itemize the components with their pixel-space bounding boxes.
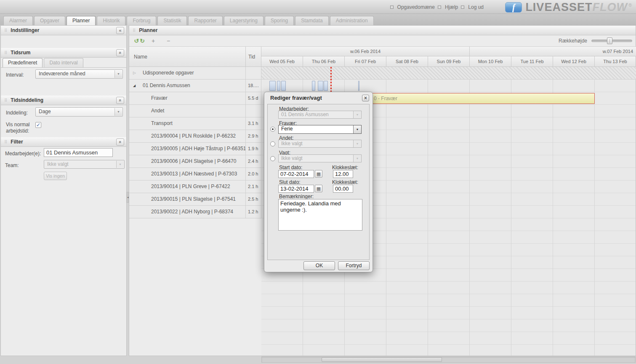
task-bar[interactable] (281, 81, 286, 91)
logout-link[interactable]: Log ud (468, 4, 484, 10)
table-row[interactable]: 2013/90004 | PLN Roskilde | P-66232 2.9 … (129, 130, 261, 143)
table-row[interactable]: 2013/90013 | ADH Næstved | P-67303 2.0 h (129, 168, 261, 181)
team-label: Team: (5, 162, 19, 168)
chevron-down-icon: ▼ (353, 155, 361, 162)
edit-absence-dialog: Rediger fravær/vagt × Medarbejder: 01 De… (264, 92, 373, 272)
row-height-slider-thumb[interactable]: | (607, 37, 612, 44)
task-bar[interactable] (312, 81, 315, 91)
day-header: Thu 13 Feb (595, 56, 636, 67)
filter-title: Filter (11, 139, 23, 145)
brand-name-italic: FLOW (592, 1, 627, 14)
tidsrum-header: ⠿ Tidsrum « (1, 48, 126, 58)
task-bar[interactable] (318, 81, 323, 91)
horizontal-scrollbar-thumb[interactable] (322, 357, 442, 362)
tidsinddeling-collapse-button[interactable]: « (116, 97, 124, 104)
calendar-icon[interactable]: ▦ (315, 170, 322, 178)
day-header: Sat 08 Feb (386, 56, 428, 67)
table-row[interactable]: 2013/90005 | ADH Høje Tåstrup | P-66351 … (129, 143, 261, 155)
slut-dato-input[interactable] (278, 185, 314, 193)
tab-historik[interactable]: Historik (97, 16, 125, 25)
top-bar: Opgavedomæne Hjælp Log ud f LIVEASSET FL… (0, 0, 636, 14)
row-name: Fravær (129, 95, 168, 101)
tab-administration[interactable]: Administration (330, 16, 374, 25)
slut-tid-input[interactable] (333, 185, 353, 193)
tree-expanded-icon[interactable]: ◢ (133, 80, 139, 92)
drag-handle-icon[interactable]: ⠿ (4, 28, 7, 33)
filter-collapse-button[interactable]: « (116, 138, 124, 146)
table-row[interactable]: ◢01 Dennis Asmussen 18.… (129, 80, 261, 92)
row-tid: 18.… (246, 80, 261, 92)
planner-header: ⠿ Planner (129, 26, 636, 35)
table-row[interactable]: ▷Udisponerede opgaver (129, 67, 261, 80)
interval-select[interactable]: Indeværende måned ▼ (35, 69, 123, 79)
fravaer-select[interactable]: Ferie ▼ (278, 125, 362, 134)
tab-sporing[interactable]: Sporing (265, 16, 294, 25)
tid-column-header[interactable]: Tid (246, 47, 261, 67)
calendar-icon[interactable]: ▦ (315, 185, 322, 192)
tab-stamdata[interactable]: Stamdata (295, 16, 328, 25)
tab-statistik[interactable]: Statistik (157, 16, 187, 25)
redo-icon[interactable]: ↻ (138, 37, 146, 45)
row-tid: 3.1 h (246, 117, 261, 130)
tab-alarmer[interactable]: Alarmer (3, 16, 33, 25)
chevron-up-icon: « (117, 141, 123, 143)
table-row[interactable]: 2013/90014 | PLN Greve | P-67422 2.1 h (129, 181, 261, 193)
start-dato-input[interactable] (278, 170, 314, 178)
ok-button[interactable]: OK (303, 261, 335, 270)
table-row[interactable]: 2013/90015 | PLN Slagelse | P-67541 2.5 … (129, 193, 261, 206)
tab-praedefineret[interactable]: Prædefineret (3, 58, 43, 67)
horizontal-scrollbar[interactable] (261, 356, 636, 363)
tab-planner[interactable]: Planner (67, 16, 96, 25)
row-name: Transport (129, 120, 173, 126)
name-column-header[interactable]: Name (129, 47, 246, 67)
drag-handle-icon[interactable]: ⠿ (4, 140, 7, 144)
vagt-radio[interactable] (270, 156, 275, 161)
row-name: 2013/90004 | PLN Roskilde | P-66232 (129, 133, 236, 139)
table-row[interactable]: Andet (129, 105, 261, 117)
tab-opgaver[interactable]: Opgaver (34, 16, 65, 25)
absence-bar-label: 0 - Fravær (374, 96, 397, 101)
medarbejder-dialog-value: 01 Dennis Asmussen (281, 112, 329, 117)
table-row[interactable]: 2013/90006 | ADH Slagelse | P-66470 2.4 … (129, 155, 261, 168)
table-row[interactable]: Fravær 5.5 d (129, 92, 261, 105)
chevron-up-icon: « (117, 99, 123, 101)
tab-lagerstyring[interactable]: Lagerstyring (224, 16, 263, 25)
row-height-slider[interactable]: | (591, 40, 632, 42)
drag-handle-icon[interactable]: ⠿ (4, 98, 7, 103)
task-bar[interactable] (277, 81, 280, 91)
tidsinddeling-title: Tidsinddeling (11, 97, 43, 103)
tab-rapporter[interactable]: Rapporter (188, 16, 222, 25)
fortryd-button[interactable]: Fortryd (338, 261, 370, 270)
sidebar-collapse-button[interactable]: « (116, 27, 124, 34)
expand-all-button[interactable]: + (149, 37, 157, 45)
table-row[interactable]: Transport 3.1 h (129, 117, 261, 130)
hjaelp-link[interactable]: Hjælp (445, 4, 458, 10)
absence-bar[interactable]: 0 - Fravær (365, 93, 595, 104)
drag-handle-icon[interactable]: ⠿ (4, 50, 7, 55)
inddeling-select[interactable]: Dage ▼ (35, 107, 123, 117)
tab-dato-interval[interactable]: Dato interval (44, 58, 83, 67)
collapse-all-button[interactable]: − (165, 37, 172, 45)
close-icon[interactable]: × (362, 95, 369, 101)
table-row[interactable]: 2013/90022 | ADH Nyborg | P-68374 1.2 h (129, 206, 261, 218)
tidsrum-collapse-button[interactable]: « (116, 49, 124, 56)
drag-handle-icon[interactable]: ⠿ (133, 28, 136, 33)
vis-normal-checkbox[interactable]: ✓ (35, 122, 41, 128)
tab-forbrug[interactable]: Forbrug (127, 16, 156, 25)
task-bar[interactable] (324, 81, 328, 91)
medarbejder-input[interactable] (44, 148, 113, 157)
vis-ingen-button: Vis ingen (44, 172, 67, 180)
tidsrum-title: Tidsrum (11, 50, 30, 56)
day-header: Fri 07 Feb (345, 56, 386, 67)
andet-radio[interactable] (270, 141, 275, 146)
start-tid-input[interactable] (333, 170, 353, 178)
task-bar[interactable] (358, 81, 359, 91)
row-tid: 5.5 d (246, 92, 261, 104)
tree-collapsed-icon[interactable]: ▷ (133, 67, 139, 79)
bemaerkninger-textarea[interactable]: Feriedage. Lalandia med ungerne :). (278, 199, 362, 231)
fravaer-radio[interactable] (270, 127, 275, 132)
task-bar[interactable] (269, 81, 276, 91)
chevron-down-icon: ▼ (114, 70, 122, 78)
opgavedomaene-link[interactable]: Opgavedomæne (397, 4, 435, 10)
link-bullet-icon (438, 5, 441, 9)
